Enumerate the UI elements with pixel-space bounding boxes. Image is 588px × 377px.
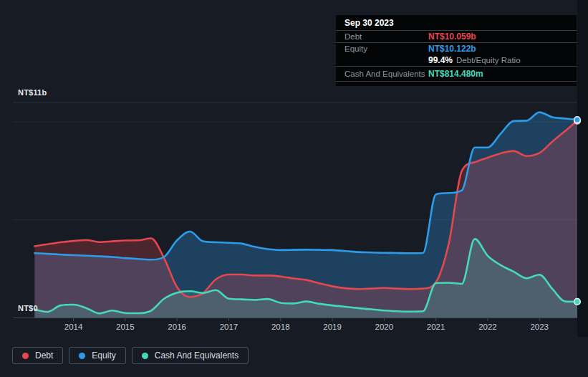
legend-label-cash: Cash And Equivalents [155,350,238,361]
tooltip-debt-label: Debt [344,31,428,42]
tooltip-padding [336,82,577,86]
y-axis-label-max: NT$11b [18,88,47,97]
x-tick-label-2015: 2015 [108,323,143,331]
tooltip-cash-label: Cash And Equivalents [344,67,428,81]
x-tick-label-2016: 2016 [160,323,194,331]
legend-item-cash[interactable]: Cash And Equivalents [132,347,249,364]
cash-series-dot-icon [142,353,148,359]
tooltip-cash-row: Cash And Equivalents NT$814.480m [336,67,577,82]
tooltip-debt-value: NT$10.059b [428,31,476,42]
tooltip-equity-value: NT$10.122b [428,43,476,54]
x-tick-label-2021: 2021 [419,323,453,331]
chart-legend: Debt Equity Cash And Equivalents [12,347,249,364]
cash-and-equivalents-end-marker [574,299,581,305]
legend-label-equity: Equity [92,350,115,361]
equity-series-dot-icon [79,353,85,359]
tooltip-ratio-row: 99.4%Debt/Equity Ratio [336,54,577,67]
legend-item-equity[interactable]: Equity [69,347,125,364]
debt-series-dot-icon [22,353,29,359]
ratio-caption: Debt/Equity Ratio [456,56,521,65]
x-tick-label-2023: 2023 [522,323,556,331]
x-tick-label-2022: 2022 [471,323,505,331]
equity-end-marker [574,117,581,123]
x-tick-label-2017: 2017 [211,323,246,331]
x-tick-label-2014: 2014 [57,323,91,331]
y-axis-label-zero: NT$0 [18,304,38,312]
tooltip-debt-row: Debt NT$10.059b [336,31,577,43]
tooltip-ratio-value: 99.4%Debt/Equity Ratio [428,54,521,66]
legend-label-debt: Debt [35,350,53,361]
tooltip-equity-row: Equity NT$10.122b [336,43,577,54]
chart-tooltip: Sep 30 2023 Debt NT$10.059b Equity NT$10… [336,15,577,86]
x-tick-label-2020: 2020 [367,323,401,331]
tooltip-cash-value: NT$814.480m [428,67,483,81]
plot-right-strip [577,0,588,337]
ratio-percent: 99.4% [428,55,453,65]
tooltip-date: Sep 30 2023 [336,15,577,31]
legend-item-debt[interactable]: Debt [12,347,63,364]
tooltip-equity-label: Equity [344,43,428,54]
x-tick-label-2019: 2019 [315,323,350,331]
x-tick-label-2018: 2018 [264,323,298,331]
